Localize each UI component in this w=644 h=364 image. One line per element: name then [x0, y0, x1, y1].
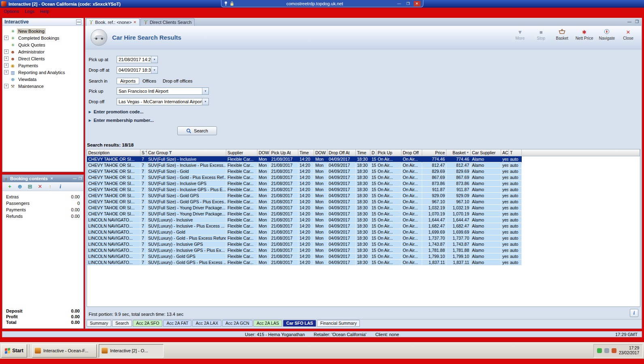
taskbar-task-2[interactable]: Interactive [2] - O...: [99, 344, 164, 358]
column-header-car-group[interactable]: Car Group: [147, 149, 226, 156]
sidebar-item-maintenance[interactable]: +⚒Maintenance: [2, 83, 83, 89]
menu-help[interactable]: Help: [37, 9, 52, 14]
tab-booking-ref[interactable]: Book. ref.: <none> ✕: [86, 18, 140, 26]
column-header-time[interactable]: Time: [298, 149, 314, 156]
expand-icon[interactable]: +: [4, 63, 9, 68]
sidebar-item-reporting-and-analytics[interactable]: +▥Reporting and Analytics: [2, 69, 83, 76]
search-button[interactable]: Search: [177, 126, 217, 135]
column-header-dow[interactable]: DOW: [314, 149, 327, 156]
pickup-at-select[interactable]: 21/08/2017 14:20▼: [117, 56, 158, 63]
bottom-tab-acc-2a-lax[interactable]: Acc 2A LAX: [192, 320, 221, 327]
column-header-pick-up-at[interactable]: Pick Up At: [270, 149, 298, 156]
sidebar-item-viewdata[interactable]: +⊕Viewdata: [2, 76, 83, 83]
sidebar-item-new-booking[interactable]: +✳New Booking: [2, 28, 83, 34]
table-row[interactable]: LINCOLN NAVIGATO...7SUV(Luxury) - Inclus…: [87, 223, 640, 229]
add-button[interactable]: +: [7, 183, 13, 189]
column-header-car-supplier[interactable]: Car Supplier: [471, 149, 501, 156]
table-row[interactable]: LINCOLN NAVIGATO...7SUV(Luxury) - Inclus…: [87, 241, 640, 247]
tray-icon[interactable]: [597, 348, 602, 353]
column-header-s[interactable]: S: [140, 149, 147, 156]
bottom-tab-acc-2a-fat[interactable]: Acc 2A FAT: [163, 320, 191, 327]
sidebar-item-direct-clients[interactable]: +☻Direct Clients: [2, 55, 83, 62]
pickup-select[interactable]: San Francisco Intl Airport▼: [117, 87, 209, 95]
navigate-button[interactable]: Navigate: [597, 28, 616, 41]
expand-icon[interactable]: +: [4, 56, 9, 61]
column-header-ac[interactable]: AC: [501, 149, 509, 156]
menu-logs[interactable]: Logs: [22, 9, 37, 14]
close-button[interactable]: ✕ Close: [619, 28, 638, 41]
tray-icon[interactable]: [604, 348, 609, 353]
column-header-pick-up[interactable]: Pick Up: [376, 149, 402, 156]
bottom-tab-acc-2a-las[interactable]: Acc 2A LAS: [253, 320, 282, 327]
start-button[interactable]: Start: [1, 344, 27, 358]
booking-contents-minimize-button[interactable]: —: [73, 177, 77, 181]
rdp-close-button[interactable]: ✕: [414, 1, 421, 6]
filter-icon[interactable]: [169, 151, 172, 154]
menu-options[interactable]: Options: [1, 9, 22, 14]
column-header-drop-off-at[interactable]: Drop Off At: [327, 149, 356, 156]
rdp-minimize-button[interactable]: —: [396, 1, 403, 6]
bottom-tab-financial-summary[interactable]: Financial Summary: [317, 320, 360, 327]
promotion-code-expander[interactable]: ▶ Enter promotion code...: [89, 109, 144, 114]
table-row[interactable]: CHEVY TAHOE OR SI...7SUV(Full Size) - Go…: [87, 175, 640, 181]
nett-price-button[interactable]: ✱ Nett Price: [574, 28, 595, 41]
sidebar-item-administrator[interactable]: +☻Administrator: [2, 48, 83, 55]
sidebar-item-quick-quotes[interactable]: +✳Quick Quotes: [2, 41, 83, 48]
column-header-d[interactable]: D: [370, 149, 376, 156]
search-in-dropoff-offices[interactable]: Drop off offices: [159, 78, 196, 84]
column-header-dow[interactable]: DOW: [257, 149, 270, 156]
column-header-drop-off[interactable]: Drop Off: [402, 149, 422, 156]
delete-button[interactable]: ✕: [37, 183, 43, 189]
table-row[interactable]: CHEVY TAHOE OR SI...7SUV(Full Size) - Yo…: [87, 205, 640, 211]
search-in-airports[interactable]: Airports: [117, 78, 139, 84]
table-row[interactable]: CHEVY TAHOE OR SI...7SUV(Full Size) - Go…: [87, 193, 640, 199]
sidebar-item-completed-bookings[interactable]: +✳Completed Bookings: [2, 34, 83, 41]
world-button[interactable]: ⊕: [17, 183, 23, 189]
add-to-basket-button[interactable]: ⊞: [27, 183, 33, 189]
dropoff-select[interactable]: Las Vegas - McCarran International Airpo…: [117, 98, 209, 105]
column-header-description[interactable]: Description: [87, 149, 140, 156]
table-row[interactable]: CHEVY TAHOE OR SI...7SUV(Full Size) - In…: [87, 187, 640, 193]
search-in-offices[interactable]: Offices: [139, 78, 159, 84]
table-row[interactable]: LINCOLN NAVIGATO...7SUV(Luxury) - Inclus…: [87, 247, 640, 253]
expand-icon[interactable]: +: [4, 49, 9, 54]
bottom-tab-acc-2a-gcn[interactable]: Acc 2A GCN: [222, 320, 253, 327]
table-row[interactable]: CHEVY TAHOE OR SI...7SUV(Full Size) - In…: [87, 162, 640, 168]
rdp-connection-bar[interactable]: comostreetrdp.topdog.uk.net — ❐ ✕: [221, 0, 423, 7]
bottom-tab-search[interactable]: Search: [112, 320, 132, 327]
dropdown-arrow-icon[interactable]: ▼: [151, 56, 157, 63]
sidebar-item-payments[interactable]: +◉Payments: [2, 62, 83, 69]
info-button[interactable]: i: [57, 183, 63, 190]
expand-icon[interactable]: +: [4, 84, 9, 88]
taskbar-task-1[interactable]: Interactive - Ocean-F...: [32, 344, 97, 358]
expand-icon[interactable]: +: [4, 70, 9, 75]
basket-button[interactable]: Basket: [553, 28, 572, 41]
info-button[interactable]: i: [630, 309, 638, 317]
table-row[interactable]: CHEVY TAHOE OR SI...7SUV(Full Size) - In…: [87, 181, 640, 187]
table-row[interactable]: CHEVY TAHOE OR SI...7SUV(Full Size) - Yo…: [87, 211, 640, 217]
column-header-supplier[interactable]: Supplier: [226, 149, 257, 156]
column-header-time[interactable]: Time: [356, 149, 370, 156]
table-row[interactable]: LINCOLN NAVIGATO...7SUV(Luxury) - Gold G…: [87, 260, 640, 266]
rdp-restore-button[interactable]: ❐: [405, 1, 412, 6]
table-row[interactable]: CHEVY TAHOE OR SI...7SUV(Full Size) - Go…: [87, 168, 640, 175]
pin-icon[interactable]: [224, 1, 228, 6]
booking-contents-close-button[interactable]: ✕: [50, 177, 53, 181]
bottom-tab-car-sfo-las[interactable]: Car SFO LAS: [283, 320, 316, 327]
column-header-t[interactable]: T: [509, 149, 522, 156]
mdi-minimize-icon[interactable]: —: [627, 19, 631, 24]
column-header-basket[interactable]: Basket▼: [446, 149, 471, 156]
mdi-restore-icon[interactable]: ❐: [635, 19, 639, 24]
dropoff-at-select[interactable]: 04/09/2017 18:30▼: [117, 66, 158, 74]
table-row[interactable]: LINCOLN NAVIGATO...7SUV(Luxury) - GoldFl…: [87, 229, 640, 235]
booking-contents-restore-button[interactable]: ❐: [79, 177, 82, 181]
table-row[interactable]: LINCOLN NAVIGATO...7SUV(Luxury) - Inclus…: [87, 217, 640, 223]
upload-button[interactable]: ↑: [47, 183, 53, 189]
table-row[interactable]: CHEVY TAHOE OR SI...7SUV(Full Size) - Go…: [87, 199, 640, 205]
membership-number-expander[interactable]: ▶ Enter membership number...: [89, 118, 154, 123]
tray-icon[interactable]: [612, 348, 616, 353]
table-row[interactable]: CHEVY TAHOE OR SI...7SUV(Full Size) - In…: [87, 156, 640, 162]
bottom-tab-summary[interactable]: Summary: [87, 320, 111, 327]
dropdown-arrow-icon[interactable]: ▼: [202, 88, 208, 94]
expand-icon[interactable]: +: [4, 36, 9, 40]
